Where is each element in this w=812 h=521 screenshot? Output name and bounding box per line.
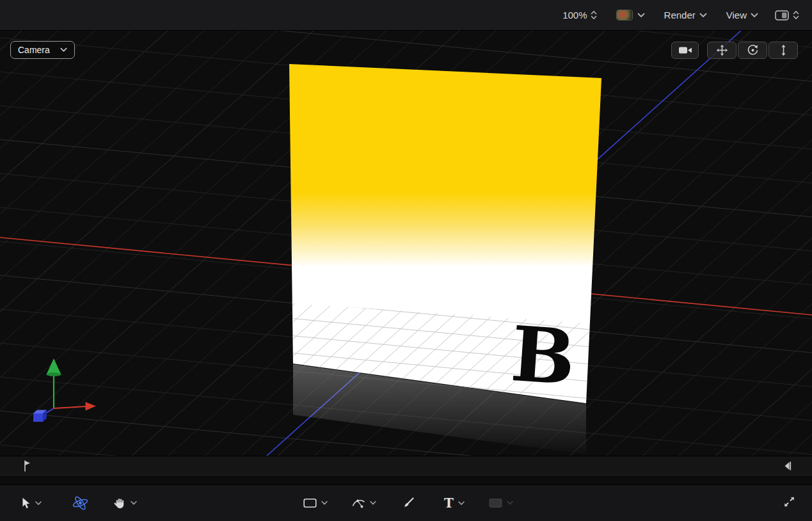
- play-range-end-icon: [783, 461, 792, 471]
- mask-tool-icon: [489, 498, 502, 509]
- chevron-down-icon: [699, 13, 707, 18]
- pan-view-button[interactable]: [707, 42, 736, 59]
- expand-canvas-icon: [783, 496, 795, 508]
- camera-move-controls: [707, 42, 798, 59]
- chevron-down-icon[interactable]: [131, 501, 137, 506]
- canvas-viewport[interactable]: B: [0, 31, 812, 456]
- rectangle-tool[interactable]: [303, 498, 328, 509]
- render-menu[interactable]: Render: [664, 10, 707, 20]
- bottom-toolbar: T: [0, 485, 812, 521]
- text-tool-icon: T: [444, 497, 454, 509]
- plane-letter: B: [508, 309, 578, 403]
- canvas-area[interactable]: B Camera: [0, 31, 812, 456]
- transform-3d-tool[interactable]: [72, 496, 89, 510]
- transform-3d-icon: [72, 496, 89, 510]
- video-camera-icon: [678, 45, 692, 55]
- select-tool[interactable]: [22, 497, 42, 509]
- play-range-start-marker[interactable]: [23, 460, 31, 475]
- camera-view-menu[interactable]: Camera: [10, 41, 75, 59]
- view-controls: [671, 42, 798, 59]
- paint-stroke-tool[interactable]: [402, 497, 415, 509]
- chevron-down-icon[interactable]: [35, 501, 42, 506]
- chevron-down-icon: [751, 13, 758, 18]
- color-well-swatch[interactable]: [616, 10, 633, 20]
- paint-stroke-icon: [402, 497, 415, 509]
- expand-canvas-button[interactable]: [783, 496, 795, 511]
- zoom-value: 100%: [562, 10, 587, 20]
- chevron-down-icon: [637, 13, 645, 18]
- text-tool[interactable]: T: [444, 497, 465, 509]
- chevron-down-icon[interactable]: [370, 501, 376, 506]
- pan-hand-tool[interactable]: [114, 497, 137, 509]
- play-range-start-icon: [23, 460, 31, 472]
- display-option-control[interactable]: [775, 10, 799, 20]
- zoom-control[interactable]: 100%: [562, 10, 596, 20]
- chevron-down-icon[interactable]: [458, 501, 465, 506]
- bezier-tool[interactable]: [352, 497, 376, 509]
- timeline-scrollbar[interactable]: [0, 475, 812, 485]
- select-arrow-icon: [22, 497, 31, 509]
- color-well-control[interactable]: [616, 10, 645, 20]
- chevron-down-icon[interactable]: [321, 501, 328, 506]
- chevron-down-icon: [507, 501, 513, 506]
- display-window-icon: [775, 10, 789, 20]
- orbit-view-icon: [747, 44, 759, 56]
- motion-canvas-window: 100% Render View: [0, 0, 812, 521]
- orbit-view-button[interactable]: [738, 42, 767, 59]
- chevron-down-icon: [60, 47, 67, 52]
- render-menu-label: Render: [664, 10, 696, 20]
- rectangle-tool-icon: [303, 498, 317, 509]
- camera-overlay-button[interactable]: [671, 42, 699, 59]
- pan-view-icon: [716, 44, 728, 56]
- camera-view-menu-label: Camera: [18, 45, 50, 55]
- mask-tool: [489, 498, 513, 509]
- dolly-view-icon: [779, 44, 788, 56]
- timeline-strip[interactable]: [0, 456, 812, 475]
- play-range-end-marker[interactable]: [783, 461, 792, 474]
- zoom-stepper-icon[interactable]: [793, 10, 799, 20]
- bezier-tool-icon: [352, 497, 365, 509]
- zoom-stepper-icon[interactable]: [591, 10, 597, 20]
- view-menu[interactable]: View: [726, 10, 758, 20]
- hand-icon: [114, 497, 126, 509]
- top-toolbar: 100% Render View: [0, 0, 812, 31]
- view-menu-label: View: [726, 10, 747, 20]
- dolly-view-button[interactable]: [768, 42, 798, 59]
